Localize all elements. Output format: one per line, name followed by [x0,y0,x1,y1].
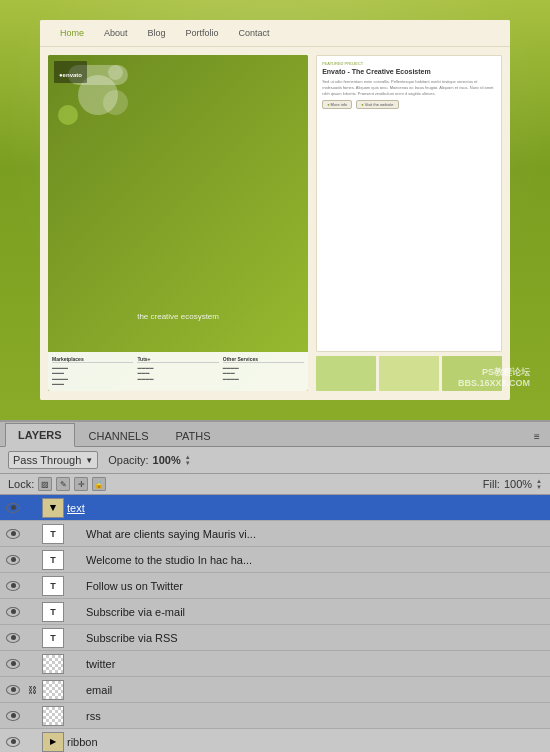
fill-value: 100% [504,478,532,490]
layer-sub-rss-link [25,631,39,645]
lock-all-icon[interactable]: 🔒 [92,477,106,491]
layer-clients-thumb: T [42,524,64,544]
layer-ribbon-group-thumb: ▸ [42,732,64,752]
layer-ribbon-group[interactable]: ▸ ribbon [0,729,550,752]
layer-text-group-eye[interactable] [4,499,22,517]
layer-ribbon-group-link [25,735,39,749]
tuts-items: ▬▬▬▬▬▬▬▬▬▬▬ [137,365,218,382]
tab-channels[interactable]: CHANNELS [76,424,162,447]
layer-sub-rss-name: Subscribe via RSS [86,632,546,644]
services-col: Other Services ▬▬▬▬▬▬▬▬▬▬▬ [223,356,304,387]
services-items: ▬▬▬▬▬▬▬▬▬▬▬ [223,365,304,382]
nav-portfolio: Portfolio [186,28,219,38]
featured-buttons: More info Visit the website [322,100,496,109]
layer-twitter-img-link [25,657,39,671]
mockup-logo: ●envato [54,61,87,83]
layer-clients-eye[interactable] [4,525,22,543]
tab-layers[interactable]: LAYERS [5,423,75,447]
layer-clients[interactable]: T What are clients saying Mauris vi... [0,521,550,547]
layers-list-wrapper: ▾ text T What are clients saying Mauris … [0,495,550,752]
visit-website-btn[interactable]: Visit the website [356,100,398,109]
featured-box: FEATURED PROJECT Envato - The Creative E… [316,55,502,352]
layer-sub-rss[interactable]: T Subscribe via RSS [0,625,550,651]
eye-icon [6,711,20,721]
layer-sub-email-name: Subscribe via e-mail [86,606,546,618]
layer-sub-rss-thumb: T [42,628,64,648]
blend-mode-dropdown[interactable]: Pass Through ▼ [8,451,98,469]
fill-section: Fill: 100% ▲ ▼ [483,478,542,490]
eye-icon [6,737,20,747]
layers-panel: LAYERS CHANNELS PATHS ≡ Pass Through ▼ O… [0,420,550,752]
mockup-services: Marketplaces ▬▬▬▬▬▬▬▬▬▬▬▬▬▬ Tuts+ ▬▬▬▬▬▬… [48,352,308,391]
lock-image-icon[interactable]: ✎ [56,477,70,491]
more-info-btn[interactable]: More info [322,100,352,109]
layer-follow[interactable]: T Follow us on Twitter [0,573,550,599]
layer-email-img-link: ⛓ [25,683,39,697]
tuts-col: Tuts+ ▬▬▬▬▬▬▬▬▬▬▬ [137,356,218,387]
layer-welcome-name: Welcome to the studio In hac ha... [86,554,546,566]
lock-position-icon[interactable]: ✛ [74,477,88,491]
layer-sub-email-eye[interactable] [4,603,22,621]
mockup-nav: Home About Blog Portfolio Contact [40,20,510,47]
nav-about: About [104,28,128,38]
tuts-title: Tuts+ [137,356,218,363]
layer-text-group[interactable]: ▾ text [0,495,550,521]
blend-mode-value: Pass Through [13,454,81,466]
layer-rss-img-link [25,709,39,723]
layer-rss-img-thumb [42,706,64,726]
eye-icon [6,555,20,565]
mockup-right: FEATURED PROJECT Envato - The Creative E… [316,55,502,391]
layer-follow-eye[interactable] [4,577,22,595]
opacity-section: Opacity: 100% ▲ ▼ [108,454,190,466]
layer-twitter-img-eye[interactable] [4,655,22,673]
services-title: Other Services [223,356,304,363]
featured-text: Sed ut odio fermentum enim convallis. Pe… [322,79,496,96]
layer-welcome[interactable]: T Welcome to the studio In hac ha... [0,547,550,573]
chain-icon: ⛓ [28,685,37,695]
lock-fill-toolbar: Lock: ▨ ✎ ✛ 🔒 Fill: 100% ▲ ▼ [0,474,550,495]
eco-tagline: the creative ecosystem [137,312,219,321]
mockup-hero: the creative ecosystem ●envato Marketpla… [48,55,308,391]
layer-ribbon-group-eye[interactable] [4,733,22,751]
layer-text-group-name: text [67,502,546,514]
layer-sub-email[interactable]: T Subscribe via e-mail [0,599,550,625]
layer-email-img[interactable]: ⛓ email [0,677,550,703]
eye-icon [6,503,20,513]
eye-icon [6,581,20,591]
mockup-body: the creative ecosystem ●envato Marketpla… [40,47,510,399]
layer-text-group-thumb: ▾ [42,498,64,518]
layer-twitter-img-name: twitter [86,658,546,670]
blend-mode-chevron: ▼ [85,456,93,465]
thumb-2 [379,356,439,391]
mockup-bottom: Welcome to the studio In hac habitasse p… [40,399,510,400]
tab-paths[interactable]: PATHS [163,424,224,447]
marketplaces-items: ▬▬▬▬▬▬▬▬▬▬▬▬▬▬ [52,365,133,387]
marketplaces-title: Marketplaces [52,356,133,363]
website-mockup: Home About Blog Portfolio Contact the cr… [40,20,510,400]
layer-clients-name: What are clients saying Mauris vi... [86,528,546,540]
layers-list: ▾ text T What are clients saying Mauris … [0,495,550,752]
lock-icons: ▨ ✎ ✛ 🔒 [38,477,106,491]
blend-opacity-toolbar: Pass Through ▼ Opacity: 100% ▲ ▼ [0,447,550,474]
layer-text-group-link [25,501,39,515]
nav-home: Home [60,28,84,38]
layer-rss-img-eye[interactable] [4,707,22,725]
layer-twitter-img[interactable]: twitter [0,651,550,677]
layer-welcome-thumb: T [42,550,64,570]
featured-badge: FEATURED PROJECT [322,61,496,66]
lock-transparency-icon[interactable]: ▨ [38,477,52,491]
layer-follow-link [25,579,39,593]
panel-menu-button[interactable]: ≡ [529,428,545,444]
opacity-stepper[interactable]: ▲ ▼ [185,454,191,466]
fill-stepper[interactable]: ▲ ▼ [536,478,542,490]
layer-email-img-eye[interactable] [4,681,22,699]
layer-rss-img[interactable]: rss [0,703,550,729]
layer-follow-thumb: T [42,576,64,596]
eye-icon [6,529,20,539]
website-preview: Home About Blog Portfolio Contact the cr… [0,0,550,420]
layer-sub-email-link [25,605,39,619]
marketplaces-col: Marketplaces ▬▬▬▬▬▬▬▬▬▬▬▬▬▬ [52,356,133,387]
layer-email-img-thumb [42,680,64,700]
layer-sub-rss-eye[interactable] [4,629,22,647]
layer-welcome-eye[interactable] [4,551,22,569]
